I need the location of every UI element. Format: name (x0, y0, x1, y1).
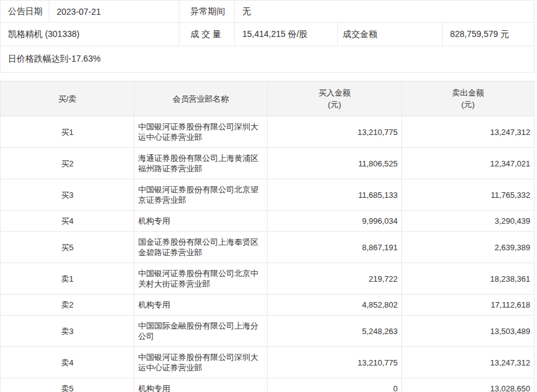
table-row: 买3 中国银河证券股份有限公司北京望京证券营业部 11,685,133 11,7… (1, 179, 535, 211)
row-side: 买2 (1, 148, 134, 179)
row-buy-amount: 11,685,133 (268, 179, 402, 211)
volume-label: 成 交 量 (179, 23, 235, 46)
row-branch-name: 机构专用 (134, 211, 268, 232)
row-side: 买4 (1, 211, 134, 232)
table-row: 买4 机构专用 9,996,034 3,290,439 (1, 211, 535, 232)
table-row: 卖3 中国国际金融股份有限公司上海分公司 5,248,263 13,503,48… (1, 316, 535, 347)
row-buy-amount: 219,722 (268, 263, 402, 295)
row-branch-name: 中国银河证券股份有限公司深圳大运中心证券营业部 (134, 116, 268, 148)
row-sell-amount: 3,290,439 (402, 211, 535, 232)
col-header-buy-amount-title: 买入金额 (270, 87, 399, 99)
row-sell-amount: 17,112,618 (402, 295, 535, 316)
reason-note: 日价格跌幅达到-17.63% (1, 46, 534, 72)
row-branch-name: 机构专用 (134, 378, 268, 392)
row-sell-amount: 11,765,332 (402, 179, 535, 211)
row-buy-amount: 11,806,525 (268, 148, 402, 179)
col-header-sell-amount-unit: (元) (404, 99, 531, 110)
col-header-buy-amount: 买入金额 (元) (268, 81, 402, 116)
row-sell-amount: 13,028,650 (402, 378, 535, 392)
table-row: 买5 国金证券股份有限公司上海奉贤区金碧路证券营业部 8,867,191 2,6… (1, 232, 535, 263)
summary-row-date: 公告日期 2023-07-21 异常期间 无 (1, 1, 534, 23)
col-header-buy-amount-unit: (元) (270, 99, 399, 110)
row-buy-amount: 5,248,263 (268, 316, 402, 347)
row-sell-amount: 13,503,489 (402, 316, 535, 347)
table-row: 买1 中国银河证券股份有限公司深圳大运中心证券营业部 13,210,775 13… (1, 116, 535, 148)
row-branch-name: 海通证券股份有限公司上海黄浦区福州路证券营业部 (134, 148, 268, 179)
row-side: 卖3 (1, 316, 134, 347)
row-sell-amount: 2,639,389 (402, 232, 535, 263)
row-side: 卖2 (1, 295, 134, 316)
volume-value: 15,414,215 份/股 (235, 23, 338, 46)
stock-name-code: 凯格精机 (301338) (1, 23, 179, 46)
row-side: 买3 (1, 179, 134, 211)
row-side: 买1 (1, 116, 134, 148)
row-side: 卖5 (1, 378, 134, 392)
row-sell-amount: 12,347,021 (402, 148, 535, 179)
col-header-sell-amount: 卖出金额 (元) (402, 81, 535, 116)
row-side: 卖4 (1, 347, 134, 378)
row-buy-amount: 4,852,802 (268, 295, 402, 316)
table-row: 卖5 机构专用 0 13,028,650 (1, 378, 535, 392)
row-buy-amount: 13,210,775 (268, 347, 402, 378)
broker-table-body: 买1 中国银河证券股份有限公司深圳大运中心证券营业部 13,210,775 13… (1, 116, 535, 392)
col-header-side: 买/卖 (1, 81, 134, 116)
table-row: 卖2 机构专用 4,852,802 17,112,618 (1, 295, 535, 316)
summary-row-reason: 日价格跌幅达到-17.63% (1, 46, 534, 72)
table-row: 卖1 中国银河证券股份有限公司北京中关村大街证券营业部 219,722 18,2… (1, 263, 535, 295)
col-header-branch: 会员营业部名称 (134, 81, 268, 116)
announce-date-label: 公告日期 (1, 1, 49, 22)
row-branch-name: 中国国际金融股份有限公司上海分公司 (134, 316, 268, 347)
turnover-value: 828,759,579 元 (443, 23, 534, 46)
row-branch-name: 中国银河证券股份有限公司北京望京证券营业部 (134, 179, 268, 211)
broker-table: 买/卖 会员营业部名称 买入金额 (元) 卖出金额 (元) 买1 中国银河证券股… (0, 81, 535, 392)
turnover-label: 成交金额 (338, 23, 443, 46)
row-branch-name: 中国银河证券股份有限公司北京中关村大街证券营业部 (134, 263, 268, 295)
col-header-sell-amount-title: 卖出金额 (404, 87, 531, 99)
row-sell-amount: 13,247,312 (402, 116, 535, 148)
table-row: 买2 海通证券股份有限公司上海黄浦区福州路证券营业部 11,806,525 12… (1, 148, 535, 179)
row-buy-amount: 9,996,034 (268, 211, 402, 232)
summary-panel: 公告日期 2023-07-21 异常期间 无 凯格精机 (301338) 成 交… (0, 0, 535, 73)
row-buy-amount: 8,867,191 (268, 232, 402, 263)
row-sell-amount: 18,238,361 (402, 263, 535, 295)
row-branch-name: 机构专用 (134, 295, 268, 316)
table-row: 卖4 中国银河证券股份有限公司深圳大运中心证券营业部 13,210,775 13… (1, 347, 535, 378)
broker-table-header: 买/卖 会员营业部名称 买入金额 (元) 卖出金额 (元) (1, 81, 535, 116)
row-side: 卖1 (1, 263, 134, 295)
row-side: 买5 (1, 232, 134, 263)
row-buy-amount: 0 (268, 378, 402, 392)
section-gap (0, 73, 537, 81)
row-buy-amount: 13,210,775 (268, 116, 402, 148)
announce-date-value: 2023-07-21 (49, 1, 179, 22)
abnormal-period-value: 无 (235, 1, 534, 22)
summary-row-stock: 凯格精机 (301338) 成 交 量 15,414,215 份/股 成交金额 … (1, 23, 534, 46)
trade-disclosure-page: 公告日期 2023-07-21 异常期间 无 凯格精机 (301338) 成 交… (0, 0, 537, 392)
abnormal-period-label: 异常期间 (179, 1, 235, 22)
row-branch-name: 中国银河证券股份有限公司深圳大运中心证券营业部 (134, 347, 268, 378)
row-branch-name: 国金证券股份有限公司上海奉贤区金碧路证券营业部 (134, 232, 268, 263)
row-sell-amount: 13,247,312 (402, 347, 535, 378)
